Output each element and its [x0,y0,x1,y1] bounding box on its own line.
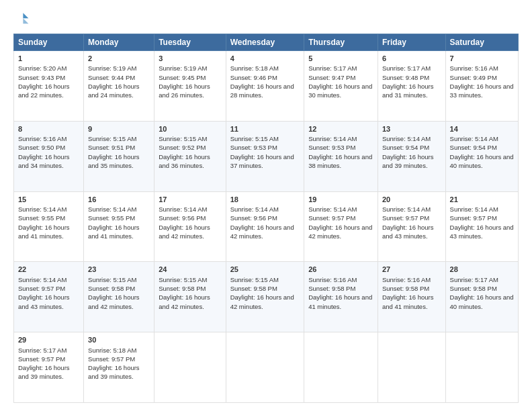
day-number: 25 [230,265,300,275]
sunset: Sunset: 9:58 PM [159,285,206,292]
day-number: 11 [230,124,300,134]
sunset: Sunset: 9:53 PM [230,144,277,151]
sunrise: Sunrise: 5:17 AM [382,64,431,72]
calendar-cell: 8Sunrise: 5:16 AMSunset: 9:50 PMDaylight… [14,121,84,191]
day-number: 15 [18,195,79,205]
calendar-cell: 30Sunrise: 5:18 AMSunset: 9:57 PMDayligh… [84,332,154,403]
sunset: Sunset: 9:57 PM [18,285,65,292]
day-number: 17 [159,195,221,205]
calendar-cell: 20Sunrise: 5:14 AMSunset: 9:57 PMDayligh… [378,191,445,262]
daylight: Daylight: 16 hours and 37 minutes. [230,153,294,169]
calendar-cell: 19Sunrise: 5:14 AMSunset: 9:57 PMDayligh… [304,191,378,262]
sunrise: Sunrise: 5:17 AM [450,276,498,283]
week-row-5: 29Sunrise: 5:17 AMSunset: 9:57 PMDayligh… [14,332,519,403]
daylight: Daylight: 16 hours and 40 minutes. [450,153,514,169]
calendar-cell: 22Sunrise: 5:14 AMSunset: 9:57 PMDayligh… [14,262,84,332]
daylight: Daylight: 16 hours and 39 minutes. [88,364,140,380]
sunset: Sunset: 9:53 PM [308,144,355,151]
header-day-saturday: Saturday [445,34,518,51]
daylight: Daylight: 16 hours and 28 minutes. [230,83,294,99]
calendar-cell: 18Sunrise: 5:14 AMSunset: 9:56 PMDayligh… [226,191,304,262]
sunrise: Sunrise: 5:15 AM [159,276,207,283]
sunrise: Sunrise: 5:18 AM [230,64,279,72]
sunset: Sunset: 9:49 PM [450,74,497,81]
daylight: Daylight: 16 hours and 38 minutes. [308,153,372,169]
sunset: Sunset: 9:57 PM [308,214,355,222]
daylight: Daylight: 16 hours and 22 minutes. [18,83,70,99]
daylight: Daylight: 16 hours and 42 minutes. [230,293,294,310]
calendar-cell: 15Sunrise: 5:14 AMSunset: 9:55 PMDayligh… [14,191,84,262]
logo [13,11,32,27]
calendar-cell: 25Sunrise: 5:15 AMSunset: 9:58 PMDayligh… [226,262,304,332]
sunset: Sunset: 9:46 PM [230,74,277,81]
sunset: Sunset: 9:52 PM [159,144,206,151]
sunset: Sunset: 9:58 PM [88,285,135,292]
calendar-cell: 11Sunrise: 5:15 AMSunset: 9:53 PMDayligh… [226,121,304,191]
day-number: 13 [382,124,441,134]
sunrise: Sunrise: 5:16 AM [382,276,431,283]
sunset: Sunset: 9:58 PM [230,285,277,292]
sunrise: Sunrise: 5:15 AM [88,135,136,142]
sunset: Sunset: 9:57 PM [382,214,429,222]
daylight: Daylight: 16 hours and 43 minutes. [18,293,70,310]
sunrise: Sunrise: 5:14 AM [159,205,207,213]
header-day-monday: Monday [84,34,154,51]
calendar-cell: 5Sunrise: 5:17 AMSunset: 9:47 PMDaylight… [304,51,378,122]
daylight: Daylight: 16 hours and 43 minutes. [382,224,434,240]
day-number: 22 [18,265,79,275]
sunset: Sunset: 9:55 PM [18,214,65,222]
sunrise: Sunrise: 5:14 AM [308,205,357,213]
calendar-cell: 4Sunrise: 5:18 AMSunset: 9:46 PMDaylight… [226,51,304,122]
day-number: 14 [450,124,514,134]
calendar-cell: 29Sunrise: 5:17 AMSunset: 9:57 PMDayligh… [14,332,84,403]
day-number: 3 [159,54,221,64]
sunrise: Sunrise: 5:17 AM [308,64,357,72]
calendar-cell: 1Sunrise: 5:20 AMSunset: 9:43 PMDaylight… [14,51,84,122]
sunset: Sunset: 9:54 PM [450,144,497,151]
calendar-cell: 23Sunrise: 5:15 AMSunset: 9:58 PMDayligh… [84,262,154,332]
calendar-cell: 27Sunrise: 5:16 AMSunset: 9:58 PMDayligh… [378,262,445,332]
day-number: 27 [382,265,441,275]
day-number: 19 [308,195,373,205]
sunrise: Sunrise: 5:20 AM [18,64,66,72]
day-number: 8 [18,124,79,134]
sunrise: Sunrise: 5:14 AM [18,276,66,283]
svg-marker-1 [23,18,28,24]
day-number: 6 [382,54,441,64]
day-number: 5 [308,54,373,64]
sunrise: Sunrise: 5:15 AM [230,276,279,283]
daylight: Daylight: 16 hours and 36 minutes. [159,153,210,169]
daylight: Daylight: 16 hours and 41 minutes. [382,293,434,310]
daylight: Daylight: 16 hours and 42 minutes. [88,293,140,310]
day-number: 26 [308,265,373,275]
day-number: 28 [450,265,514,275]
daylight: Daylight: 16 hours and 42 minutes. [308,224,372,240]
daylight: Daylight: 16 hours and 41 minutes. [88,224,140,240]
week-row-2: 8Sunrise: 5:16 AMSunset: 9:50 PMDaylight… [14,121,519,191]
svg-marker-0 [23,13,28,18]
daylight: Daylight: 16 hours and 24 minutes. [88,83,140,99]
sunrise: Sunrise: 5:19 AM [159,64,207,72]
daylight: Daylight: 16 hours and 26 minutes. [159,83,210,99]
calendar-cell: 24Sunrise: 5:15 AMSunset: 9:58 PMDayligh… [154,262,226,332]
daylight: Daylight: 16 hours and 33 minutes. [450,83,514,99]
sunset: Sunset: 9:44 PM [88,74,135,81]
calendar-cell: 21Sunrise: 5:14 AMSunset: 9:57 PMDayligh… [445,191,518,262]
sunrise: Sunrise: 5:15 AM [159,135,207,142]
day-number: 9 [88,124,150,134]
sunset: Sunset: 9:58 PM [382,285,429,292]
sunset: Sunset: 9:55 PM [88,214,135,222]
daylight: Daylight: 16 hours and 41 minutes. [18,224,70,240]
day-number: 16 [88,195,150,205]
header-day-sunday: Sunday [14,34,84,51]
sunset: Sunset: 9:56 PM [159,214,206,222]
calendar-cell: 6Sunrise: 5:17 AMSunset: 9:48 PMDaylight… [378,51,445,122]
daylight: Daylight: 16 hours and 34 minutes. [18,153,70,169]
sunset: Sunset: 9:58 PM [308,285,355,292]
sunset: Sunset: 9:50 PM [18,144,65,151]
sunrise: Sunrise: 5:14 AM [382,135,431,142]
daylight: Daylight: 16 hours and 42 minutes. [230,224,294,240]
daylight: Daylight: 16 hours and 41 minutes. [308,293,372,310]
sunrise: Sunrise: 5:16 AM [18,135,66,142]
day-number: 30 [88,335,150,345]
